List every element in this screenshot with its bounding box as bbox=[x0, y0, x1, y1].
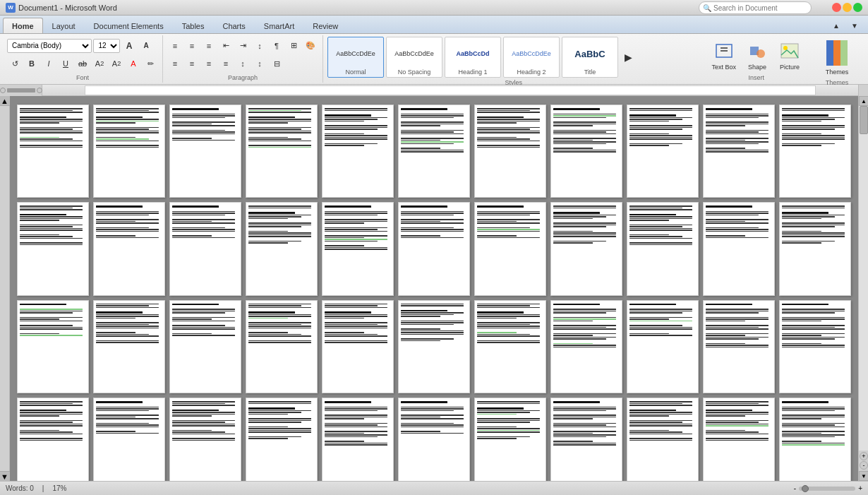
page-thumb[interactable] bbox=[398, 300, 470, 393]
subscript-btn[interactable]: A2 bbox=[109, 56, 124, 71]
font-shrink-btn[interactable]: A bbox=[138, 38, 154, 54]
tab-charts[interactable]: Charts bbox=[213, 18, 254, 33]
page-thumb[interactable] bbox=[550, 202, 622, 295]
scroll-down-btn[interactable]: ▼ bbox=[859, 471, 868, 481]
insert-picture[interactable]: Picture bbox=[775, 37, 804, 73]
page-thumb[interactable] bbox=[627, 105, 699, 198]
tab-smartart[interactable]: SmartArt bbox=[255, 18, 303, 33]
zoom-out-btn[interactable]: - bbox=[860, 461, 868, 470]
style-title[interactable]: AaBbC Title bbox=[562, 37, 618, 78]
italic-btn[interactable]: I bbox=[41, 56, 56, 71]
page-thumb[interactable] bbox=[169, 202, 241, 295]
ribbon-next-btn[interactable]: ▼ bbox=[847, 18, 862, 33]
sort-btn[interactable]: ↕ bbox=[252, 38, 267, 54]
clear-format-btn[interactable]: ↺ bbox=[7, 56, 23, 71]
page-thumb[interactable] bbox=[93, 300, 165, 393]
justify-btn[interactable]: ≡ bbox=[218, 56, 234, 71]
page-thumb[interactable] bbox=[474, 300, 546, 393]
tab-home[interactable]: Home bbox=[3, 18, 43, 33]
page-thumb[interactable] bbox=[17, 105, 89, 198]
page-thumb[interactable] bbox=[398, 202, 470, 295]
tab-tables[interactable]: Tables bbox=[173, 18, 214, 33]
page-thumb[interactable] bbox=[779, 398, 851, 481]
scroll-thumb[interactable] bbox=[860, 106, 868, 134]
page-thumb[interactable] bbox=[322, 300, 394, 393]
page-thumb[interactable] bbox=[779, 105, 851, 198]
page-thumb[interactable] bbox=[93, 202, 165, 295]
page-thumb[interactable] bbox=[17, 202, 89, 295]
page-thumb[interactable] bbox=[169, 300, 241, 393]
page-thumb[interactable] bbox=[322, 202, 394, 295]
page-thumb[interactable] bbox=[322, 398, 394, 481]
ruler-slider[interactable] bbox=[7, 88, 35, 93]
zoom-in-status[interactable]: + bbox=[858, 484, 862, 492]
page-thumb[interactable] bbox=[627, 398, 699, 481]
tab-review[interactable]: Review bbox=[303, 18, 347, 33]
font-grow-btn[interactable]: A bbox=[121, 38, 137, 54]
zoom-slider-thumb[interactable] bbox=[802, 485, 809, 492]
style-heading2[interactable]: AaBbCcDdEe Heading 2 bbox=[503, 37, 560, 78]
page-thumb[interactable] bbox=[779, 300, 851, 393]
style-heading1[interactable]: AaBbCcDd Heading 1 bbox=[445, 37, 501, 78]
para-spacing-btn[interactable]: ↕ bbox=[252, 56, 267, 71]
page-thumb[interactable] bbox=[93, 105, 165, 198]
page-thumb[interactable] bbox=[627, 300, 699, 393]
search-input[interactable] bbox=[699, 1, 812, 14]
font-family-select[interactable]: Cambria (Body) bbox=[7, 39, 92, 53]
page-thumb[interactable] bbox=[246, 300, 318, 393]
page-thumb[interactable] bbox=[550, 398, 622, 481]
page-thumb[interactable] bbox=[93, 398, 165, 481]
page-thumb[interactable] bbox=[474, 105, 546, 198]
left-scroll-down[interactable]: ▼ bbox=[0, 471, 10, 481]
zoom-in-btn[interactable]: + bbox=[860, 452, 868, 460]
page-thumb[interactable] bbox=[703, 105, 775, 198]
superscript-btn[interactable]: A2 bbox=[92, 56, 107, 71]
zoom-out-status[interactable]: - bbox=[794, 484, 796, 492]
scroll-up-btn[interactable]: ▲ bbox=[859, 96, 868, 106]
style-normal[interactable]: AaBbCcDdEe Normal bbox=[327, 37, 384, 78]
page-thumb[interactable] bbox=[703, 300, 775, 393]
ribbon-prev-btn[interactable]: ▲ bbox=[828, 18, 844, 33]
zoom-slider-track[interactable] bbox=[799, 487, 855, 491]
page-thumb[interactable] bbox=[627, 202, 699, 295]
bold-btn[interactable]: B bbox=[24, 56, 40, 71]
highlight-btn[interactable]: ✏ bbox=[143, 56, 158, 71]
decrease-indent-btn[interactable]: ⇤ bbox=[218, 38, 234, 54]
page-thumb[interactable] bbox=[169, 398, 241, 481]
page-thumb[interactable] bbox=[246, 105, 318, 198]
page-thumb[interactable] bbox=[550, 105, 622, 198]
page-thumb[interactable] bbox=[246, 202, 318, 295]
tab-document-elements[interactable]: Document Elements bbox=[85, 18, 173, 33]
strikethrough-btn[interactable]: ab bbox=[75, 56, 90, 71]
font-size-select[interactable]: 12 bbox=[93, 39, 120, 53]
themes-btn[interactable]: Themes bbox=[813, 37, 861, 78]
ruler-ctrl-right[interactable] bbox=[37, 88, 42, 93]
borders-btn[interactable]: ⊞ bbox=[286, 38, 301, 54]
page-thumb[interactable] bbox=[779, 202, 851, 295]
shading-btn[interactable]: 🎨 bbox=[303, 38, 318, 54]
align-left-btn[interactable]: ≡ bbox=[167, 56, 183, 71]
numbering-btn[interactable]: ≡ bbox=[184, 38, 200, 54]
columns-btn[interactable]: ⊟ bbox=[269, 56, 284, 71]
page-thumb[interactable] bbox=[17, 300, 89, 393]
maximize-button[interactable] bbox=[853, 3, 862, 12]
page-thumb[interactable] bbox=[703, 202, 775, 295]
align-right-btn[interactable]: ≡ bbox=[201, 56, 217, 71]
bullets-btn[interactable]: ≡ bbox=[167, 38, 183, 54]
page-thumb[interactable] bbox=[322, 105, 394, 198]
underline-btn[interactable]: U bbox=[58, 56, 73, 71]
left-scroll-up[interactable]: ▲ bbox=[0, 96, 10, 106]
page-thumb[interactable] bbox=[474, 398, 546, 481]
page-thumb[interactable] bbox=[398, 398, 470, 481]
align-center-btn[interactable]: ≡ bbox=[184, 56, 200, 71]
minimize-button[interactable] bbox=[843, 3, 852, 12]
page-thumb[interactable] bbox=[169, 105, 241, 198]
page-thumb[interactable] bbox=[246, 398, 318, 481]
line-spacing-btn[interactable]: ↕ bbox=[235, 56, 251, 71]
page-thumb[interactable] bbox=[550, 300, 622, 393]
page-thumb[interactable] bbox=[703, 398, 775, 481]
outline-btn[interactable]: ≡ bbox=[201, 38, 217, 54]
increase-indent-btn[interactable]: ⇥ bbox=[235, 38, 251, 54]
page-thumb[interactable] bbox=[17, 398, 89, 481]
page-thumb[interactable] bbox=[398, 105, 470, 198]
